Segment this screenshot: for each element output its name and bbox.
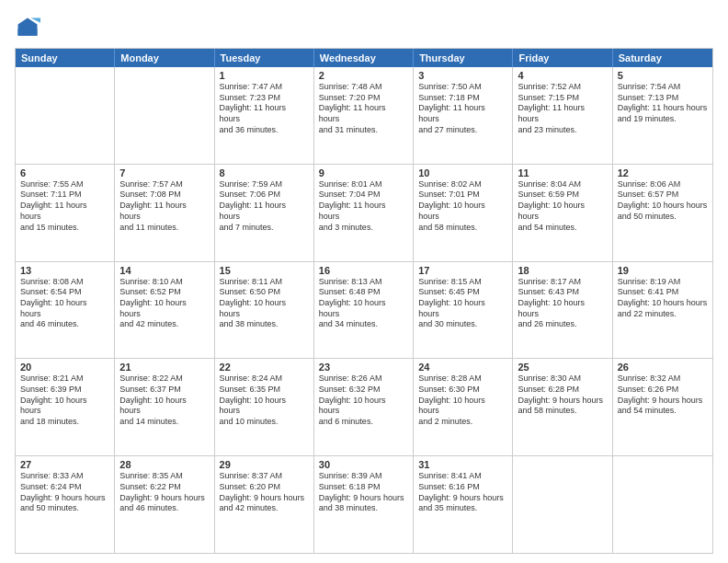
daylight-text: Daylight: 11 hours hours (418, 103, 507, 124)
daylight-minutes: and 30 minutes. (418, 319, 507, 330)
sunrise-text: Sunrise: 8:33 AM (20, 471, 109, 482)
sunrise-text: Sunrise: 8:35 AM (119, 471, 209, 482)
daylight-minutes: and 35 minutes. (418, 503, 507, 514)
calendar-cell: 21Sunrise: 8:22 AMSunset: 6:37 PMDayligh… (115, 359, 214, 455)
daylight-minutes: and 6 minutes. (319, 417, 408, 428)
sunrise-text: Sunrise: 7:57 AM (119, 179, 209, 190)
calendar-cell: 19Sunrise: 8:19 AMSunset: 6:41 PMDayligh… (613, 262, 712, 359)
day-number: 11 (518, 167, 607, 178)
daylight-minutes: and 10 minutes. (220, 417, 309, 428)
calendar-cell: 4Sunrise: 7:52 AMSunset: 7:15 PMDaylight… (513, 67, 612, 164)
day-number: 20 (20, 362, 109, 373)
daylight-minutes: and 46 minutes. (119, 503, 209, 514)
day-number: 26 (618, 362, 708, 373)
sunrise-text: Sunrise: 8:01 AM (319, 179, 408, 190)
weekday-header-monday: Monday (115, 49, 214, 67)
sunset-text: Sunset: 7:01 PM (418, 190, 507, 201)
daylight-text: Daylight: 10 hours hours (119, 298, 209, 319)
sunset-text: Sunset: 6:52 PM (119, 287, 209, 298)
daylight-text: Daylight: 10 hours hours (518, 201, 607, 222)
day-number: 16 (319, 265, 408, 276)
calendar-cell: 23Sunrise: 8:26 AMSunset: 6:32 PMDayligh… (314, 359, 414, 455)
svg-rect-2 (18, 29, 38, 36)
daylight-text: Daylight: 9 hours hours (319, 493, 408, 504)
sunset-text: Sunset: 7:13 PM (618, 93, 708, 104)
weekday-header-saturday: Saturday (613, 49, 712, 67)
calendar-cell: 11Sunrise: 8:04 AMSunset: 6:59 PMDayligh… (513, 165, 612, 261)
daylight-text: Daylight: 10 hours hours (220, 396, 309, 417)
daylight-text: Daylight: 10 hours hours (220, 298, 309, 319)
daylight-text: Daylight: 9 hours hours (119, 493, 209, 504)
calendar-cell (16, 67, 115, 164)
calendar-cell: 12Sunrise: 8:06 AMSunset: 6:57 PMDayligh… (613, 165, 712, 261)
daylight-minutes: and 34 minutes. (319, 319, 408, 330)
sunrise-text: Sunrise: 8:41 AM (418, 471, 507, 482)
day-number: 24 (418, 362, 507, 373)
calendar-cell: 9Sunrise: 8:01 AMSunset: 7:04 PMDaylight… (314, 165, 414, 261)
daylight-text: Daylight: 11 hours hours (319, 103, 408, 124)
sunrise-text: Sunrise: 8:28 AM (418, 373, 507, 385)
day-number: 29 (220, 459, 309, 470)
calendar-cell: 25Sunrise: 8:30 AMSunset: 6:28 PMDayligh… (513, 359, 612, 455)
day-number: 10 (418, 167, 507, 178)
daylight-minutes: and 27 minutes. (418, 125, 507, 136)
day-number: 23 (319, 362, 408, 373)
weekday-header-thursday: Thursday (414, 49, 513, 67)
sunrise-text: Sunrise: 8:19 AM (618, 277, 708, 288)
daylight-text: Daylight: 9 hours hours (618, 396, 708, 407)
sunset-text: Sunset: 6:59 PM (518, 190, 607, 201)
daylight-minutes: and 22 minutes. (618, 309, 708, 320)
calendar-cell (115, 67, 214, 164)
weekday-header-friday: Friday (513, 49, 612, 67)
day-number: 9 (319, 167, 408, 178)
sunset-text: Sunset: 7:04 PM (319, 190, 408, 201)
sunset-text: Sunset: 6:35 PM (220, 385, 309, 396)
day-number: 25 (518, 362, 607, 373)
daylight-minutes: and 23 minutes. (518, 125, 607, 136)
sunrise-text: Sunrise: 8:24 AM (220, 373, 309, 385)
daylight-text: Daylight: 11 hours hours (319, 201, 408, 222)
daylight-minutes: and 26 minutes. (518, 319, 607, 330)
daylight-text: Daylight: 10 hours hours (20, 298, 109, 319)
daylight-text: Daylight: 11 hours hours (618, 103, 708, 114)
calendar-cell: 20Sunrise: 8:21 AMSunset: 6:39 PMDayligh… (16, 359, 115, 455)
daylight-text: Daylight: 10 hours hours (418, 298, 507, 319)
sunrise-text: Sunrise: 8:37 AM (220, 471, 309, 482)
sunset-text: Sunset: 7:15 PM (518, 93, 607, 104)
daylight-text: Daylight: 9 hours hours (518, 396, 607, 407)
daylight-text: Daylight: 10 hours hours (518, 298, 607, 319)
sunset-text: Sunset: 6:41 PM (618, 287, 708, 298)
daylight-text: Daylight: 9 hours hours (418, 493, 507, 504)
day-number: 18 (518, 265, 607, 276)
day-number: 5 (618, 70, 708, 81)
sunrise-text: Sunrise: 8:26 AM (319, 373, 408, 385)
sunset-text: Sunset: 6:32 PM (319, 385, 408, 396)
calendar-cell: 30Sunrise: 8:39 AMSunset: 6:18 PMDayligh… (314, 456, 414, 553)
sunset-text: Sunset: 6:28 PM (518, 385, 607, 396)
sunrise-text: Sunrise: 8:02 AM (418, 179, 507, 190)
daylight-text: Daylight: 10 hours hours (119, 396, 209, 417)
calendar-row-4: 27Sunrise: 8:33 AMSunset: 6:24 PMDayligh… (16, 455, 712, 553)
daylight-text: Daylight: 10 hours hours (618, 298, 708, 309)
calendar-cell: 6Sunrise: 7:55 AMSunset: 7:11 PMDaylight… (16, 165, 115, 261)
day-number: 27 (20, 459, 109, 470)
calendar: SundayMondayTuesdayWednesdayThursdayFrid… (15, 48, 713, 554)
sunrise-text: Sunrise: 8:21 AM (20, 373, 109, 385)
day-number: 31 (418, 459, 507, 470)
sunset-text: Sunset: 6:24 PM (20, 482, 109, 493)
calendar-cell: 15Sunrise: 8:11 AMSunset: 6:50 PMDayligh… (215, 262, 314, 359)
daylight-minutes: and 54 minutes. (518, 223, 607, 234)
calendar-cell: 13Sunrise: 8:08 AMSunset: 6:54 PMDayligh… (16, 262, 115, 359)
calendar-row-2: 13Sunrise: 8:08 AMSunset: 6:54 PMDayligh… (16, 261, 712, 359)
calendar-cell: 26Sunrise: 8:32 AMSunset: 6:26 PMDayligh… (613, 359, 712, 455)
calendar-cell (613, 456, 712, 553)
daylight-minutes: and 11 minutes. (119, 223, 209, 234)
sunrise-text: Sunrise: 7:48 AM (319, 82, 408, 93)
daylight-text: Daylight: 10 hours hours (418, 396, 507, 417)
calendar-cell: 8Sunrise: 7:59 AMSunset: 7:06 PMDaylight… (215, 165, 314, 261)
calendar-cell: 28Sunrise: 8:35 AMSunset: 6:22 PMDayligh… (115, 456, 214, 553)
daylight-minutes: and 42 minutes. (119, 319, 209, 330)
daylight-minutes: and 19 minutes. (618, 114, 708, 125)
day-number: 22 (220, 362, 309, 373)
sunrise-text: Sunrise: 8:30 AM (518, 373, 607, 385)
